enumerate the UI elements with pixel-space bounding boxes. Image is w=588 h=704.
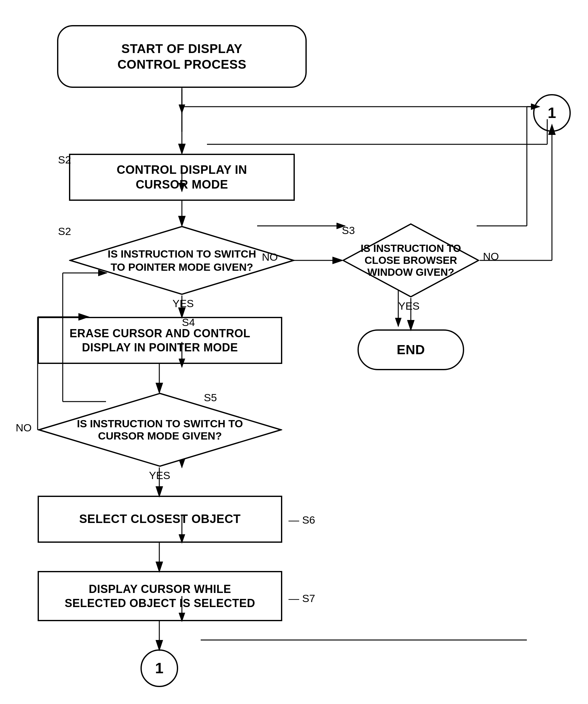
s2-diamond: IS INSTRUCTION TO SWITCHTO POINTER MODE … xyxy=(69,225,295,296)
s5-yes-label: YES xyxy=(149,469,170,481)
connector-1-bottom: 1 xyxy=(140,649,178,687)
connector-1-top-label: 1 xyxy=(547,104,556,122)
s5-diamond: IS INSTRUCTION TO SWITCH TOCURSOR MODE G… xyxy=(38,392,282,467)
s7-rect: DISPLAY CURSOR WHILESELECTED OBJECT IS S… xyxy=(38,571,282,621)
end-label: END xyxy=(397,342,425,358)
start-label: START OF DISPLAY CONTROL PROCESS xyxy=(117,41,246,72)
s3-yes-label: YES xyxy=(398,300,419,312)
s3-text: IS INSTRUCTION TOCLOSE BROWSERWINDOW GIV… xyxy=(361,242,461,278)
s1-rect: CONTROL DISPLAY INCURSOR MODE xyxy=(69,154,295,201)
s2-no-label: NO xyxy=(262,251,278,263)
flowchart-diagram: START OF DISPLAY CONTROL PROCESS S2 CONT… xyxy=(0,0,588,704)
s6-text: SELECT CLOSEST OBJECT xyxy=(79,512,241,527)
s4-text: ERASE CURSOR AND CONTROLDISPLAY IN POINT… xyxy=(70,326,251,354)
s3-diamond: IS INSTRUCTION TOCLOSE BROWSERWINDOW GIV… xyxy=(342,223,480,298)
s7-label: — S7 xyxy=(288,592,315,604)
connector-1-top: 1 xyxy=(533,94,571,132)
s1-text: CONTROL DISPLAY INCURSOR MODE xyxy=(117,163,247,192)
start-shape: START OF DISPLAY CONTROL PROCESS xyxy=(57,25,307,88)
s6-rect: SELECT CLOSEST OBJECT xyxy=(38,496,282,543)
s2-text: IS INSTRUCTION TO SWITCHTO POINTER MODE … xyxy=(108,247,256,274)
s5-text: IS INSTRUCTION TO SWITCH TOCURSOR MODE G… xyxy=(77,418,243,442)
s3-no-label: NO xyxy=(483,250,499,262)
s7-text: DISPLAY CURSOR WHILESELECTED OBJECT IS S… xyxy=(65,582,255,610)
s5-no-label: NO xyxy=(16,422,32,434)
end-shape: END xyxy=(357,330,464,370)
connector-1-bottom-label: 1 xyxy=(155,659,164,678)
s6-label: — S6 xyxy=(288,514,315,526)
s2-yes-label: YES xyxy=(173,297,194,310)
s4-rect: ERASE CURSOR AND CONTROLDISPLAY IN POINT… xyxy=(38,317,282,364)
